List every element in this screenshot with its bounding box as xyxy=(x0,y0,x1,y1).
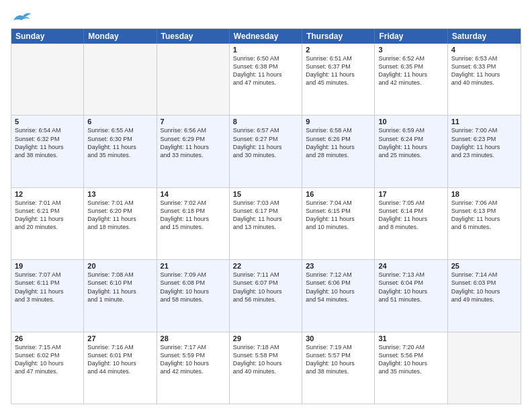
day-cell-5: 5Sunrise: 6:54 AM Sunset: 6:32 PM Daylig… xyxy=(11,116,84,187)
day-number: 26 xyxy=(15,334,80,342)
calendar: SundayMondayTuesdayWednesdayThursdayFrid… xyxy=(11,28,521,404)
day-number: 4 xyxy=(451,46,517,54)
day-number: 18 xyxy=(451,190,517,198)
day-cell-24: 24Sunrise: 7:13 AM Sunset: 6:04 PM Dayli… xyxy=(375,260,447,331)
day-info: Sunrise: 7:08 AM Sunset: 6:10 PM Dayligh… xyxy=(87,271,152,304)
day-number: 2 xyxy=(306,46,371,54)
day-info: Sunrise: 6:57 AM Sunset: 6:27 PM Dayligh… xyxy=(233,126,298,159)
day-info: Sunrise: 6:50 AM Sunset: 6:38 PM Dayligh… xyxy=(233,54,298,87)
day-number: 28 xyxy=(161,334,226,342)
day-info: Sunrise: 7:11 AM Sunset: 6:07 PM Dayligh… xyxy=(233,271,298,304)
day-number: 20 xyxy=(87,262,152,270)
day-info: Sunrise: 7:06 AM Sunset: 6:13 PM Dayligh… xyxy=(451,199,517,232)
day-cell-25: 25Sunrise: 7:14 AM Sunset: 6:03 PM Dayli… xyxy=(448,260,521,331)
calendar-row-1: 5Sunrise: 6:54 AM Sunset: 6:32 PM Daylig… xyxy=(11,115,521,187)
day-cell-19: 19Sunrise: 7:07 AM Sunset: 6:11 PM Dayli… xyxy=(11,260,84,331)
day-number: 7 xyxy=(161,118,226,126)
day-cell-1: 1Sunrise: 6:50 AM Sunset: 6:38 PM Daylig… xyxy=(230,44,302,115)
logo xyxy=(11,11,32,23)
day-info: Sunrise: 7:05 AM Sunset: 6:14 PM Dayligh… xyxy=(378,199,443,232)
day-cell-16: 16Sunrise: 7:04 AM Sunset: 6:15 PM Dayli… xyxy=(302,188,375,259)
day-info: Sunrise: 7:20 AM Sunset: 5:56 PM Dayligh… xyxy=(378,343,443,376)
day-cell-30: 30Sunrise: 7:19 AM Sunset: 5:57 PM Dayli… xyxy=(302,332,375,404)
weekday-header-thursday: Thursday xyxy=(302,29,375,44)
day-info: Sunrise: 6:52 AM Sunset: 6:35 PM Dayligh… xyxy=(378,54,443,87)
day-number: 29 xyxy=(233,334,298,342)
day-cell-20: 20Sunrise: 7:08 AM Sunset: 6:10 PM Dayli… xyxy=(84,260,157,331)
day-number: 17 xyxy=(378,190,443,198)
day-info: Sunrise: 6:56 AM Sunset: 6:29 PM Dayligh… xyxy=(161,126,226,159)
empty-cell xyxy=(84,44,157,115)
day-info: Sunrise: 7:01 AM Sunset: 6:21 PM Dayligh… xyxy=(15,199,80,232)
page: SundayMondayTuesdayWednesdayThursdayFrid… xyxy=(0,0,532,411)
calendar-row-3: 19Sunrise: 7:07 AM Sunset: 6:11 PM Dayli… xyxy=(11,259,521,331)
day-info: Sunrise: 7:09 AM Sunset: 6:08 PM Dayligh… xyxy=(161,271,226,304)
day-cell-21: 21Sunrise: 7:09 AM Sunset: 6:08 PM Dayli… xyxy=(157,260,230,331)
weekday-header-sunday: Sunday xyxy=(11,29,84,44)
day-info: Sunrise: 7:12 AM Sunset: 6:06 PM Dayligh… xyxy=(306,271,371,304)
day-info: Sunrise: 7:14 AM Sunset: 6:03 PM Dayligh… xyxy=(451,271,517,304)
day-number: 23 xyxy=(306,262,371,270)
day-number: 15 xyxy=(233,190,298,198)
day-info: Sunrise: 7:04 AM Sunset: 6:15 PM Dayligh… xyxy=(306,199,371,232)
empty-cell xyxy=(157,44,230,115)
day-info: Sunrise: 7:13 AM Sunset: 6:04 PM Dayligh… xyxy=(378,271,443,304)
day-cell-15: 15Sunrise: 7:03 AM Sunset: 6:17 PM Dayli… xyxy=(230,188,302,259)
day-info: Sunrise: 7:07 AM Sunset: 6:11 PM Dayligh… xyxy=(15,271,80,304)
calendar-row-4: 26Sunrise: 7:15 AM Sunset: 6:02 PM Dayli… xyxy=(11,332,521,404)
day-number: 21 xyxy=(161,262,226,270)
day-cell-11: 11Sunrise: 7:00 AM Sunset: 6:23 PM Dayli… xyxy=(448,116,521,187)
day-number: 16 xyxy=(306,190,371,198)
day-cell-12: 12Sunrise: 7:01 AM Sunset: 6:21 PM Dayli… xyxy=(11,188,84,259)
day-number: 31 xyxy=(378,334,443,342)
weekday-header-friday: Friday xyxy=(375,29,447,44)
day-number: 13 xyxy=(87,190,152,198)
day-cell-7: 7Sunrise: 6:56 AM Sunset: 6:29 PM Daylig… xyxy=(157,116,230,187)
day-info: Sunrise: 6:58 AM Sunset: 6:26 PM Dayligh… xyxy=(306,126,371,159)
day-info: Sunrise: 7:03 AM Sunset: 6:17 PM Dayligh… xyxy=(233,199,298,232)
day-info: Sunrise: 7:01 AM Sunset: 6:20 PM Dayligh… xyxy=(87,199,152,232)
day-cell-4: 4Sunrise: 6:53 AM Sunset: 6:33 PM Daylig… xyxy=(448,44,521,115)
empty-cell xyxy=(448,332,521,404)
day-info: Sunrise: 7:15 AM Sunset: 6:02 PM Dayligh… xyxy=(15,343,80,376)
day-cell-28: 28Sunrise: 7:17 AM Sunset: 5:59 PM Dayli… xyxy=(157,332,230,404)
weekday-header-monday: Monday xyxy=(84,29,157,44)
empty-cell xyxy=(11,44,84,115)
day-number: 24 xyxy=(378,262,443,270)
day-info: Sunrise: 6:54 AM Sunset: 6:32 PM Dayligh… xyxy=(15,126,80,159)
day-info: Sunrise: 7:00 AM Sunset: 6:23 PM Dayligh… xyxy=(451,126,517,159)
day-number: 5 xyxy=(15,118,80,126)
day-info: Sunrise: 7:17 AM Sunset: 5:59 PM Dayligh… xyxy=(161,343,226,376)
day-cell-22: 22Sunrise: 7:11 AM Sunset: 6:07 PM Dayli… xyxy=(230,260,302,331)
day-info: Sunrise: 6:59 AM Sunset: 6:24 PM Dayligh… xyxy=(378,126,443,159)
day-number: 12 xyxy=(15,190,80,198)
day-cell-10: 10Sunrise: 6:59 AM Sunset: 6:24 PM Dayli… xyxy=(375,116,447,187)
calendar-header: SundayMondayTuesdayWednesdayThursdayFrid… xyxy=(11,29,521,44)
day-info: Sunrise: 7:16 AM Sunset: 6:01 PM Dayligh… xyxy=(87,343,152,376)
logo-bird-icon xyxy=(12,11,32,23)
day-info: Sunrise: 6:55 AM Sunset: 6:30 PM Dayligh… xyxy=(87,126,152,159)
day-number: 14 xyxy=(161,190,226,198)
weekday-header-saturday: Saturday xyxy=(448,29,521,44)
day-cell-2: 2Sunrise: 6:51 AM Sunset: 6:37 PM Daylig… xyxy=(302,44,375,115)
weekday-header-tuesday: Tuesday xyxy=(157,29,230,44)
day-cell-29: 29Sunrise: 7:18 AM Sunset: 5:58 PM Dayli… xyxy=(230,332,302,404)
day-number: 3 xyxy=(378,46,443,54)
day-info: Sunrise: 7:18 AM Sunset: 5:58 PM Dayligh… xyxy=(233,343,298,376)
day-number: 30 xyxy=(306,334,371,342)
calendar-body: 1Sunrise: 6:50 AM Sunset: 6:38 PM Daylig… xyxy=(11,44,521,404)
day-number: 25 xyxy=(451,262,517,270)
day-info: Sunrise: 6:53 AM Sunset: 6:33 PM Dayligh… xyxy=(451,54,517,87)
calendar-row-0: 1Sunrise: 6:50 AM Sunset: 6:38 PM Daylig… xyxy=(11,44,521,115)
day-number: 6 xyxy=(87,118,152,126)
day-cell-3: 3Sunrise: 6:52 AM Sunset: 6:35 PM Daylig… xyxy=(375,44,447,115)
day-number: 19 xyxy=(15,262,80,270)
day-info: Sunrise: 7:02 AM Sunset: 6:18 PM Dayligh… xyxy=(161,199,226,232)
day-info: Sunrise: 7:19 AM Sunset: 5:57 PM Dayligh… xyxy=(306,343,371,376)
day-number: 11 xyxy=(451,118,517,126)
day-number: 22 xyxy=(233,262,298,270)
day-cell-23: 23Sunrise: 7:12 AM Sunset: 6:06 PM Dayli… xyxy=(302,260,375,331)
header xyxy=(11,11,521,23)
day-cell-9: 9Sunrise: 6:58 AM Sunset: 6:26 PM Daylig… xyxy=(302,116,375,187)
day-number: 27 xyxy=(87,334,152,342)
